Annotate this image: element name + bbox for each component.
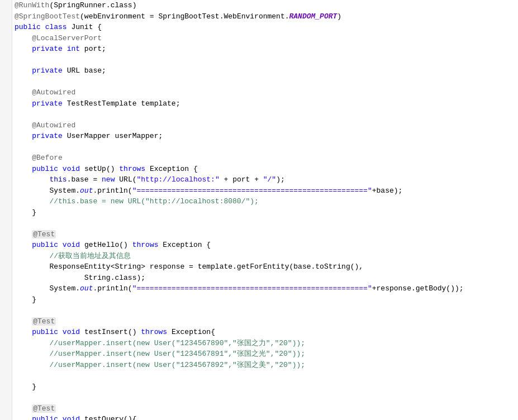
code-line [12,77,518,88]
code-line [12,109,518,120]
code-line: @RunWith(SpringRunner.class) [12,0,518,11]
code-line: } [12,294,518,306]
gutter [0,0,12,420]
code-area: @RunWith(SpringRunner.class) @SpringBoot… [12,0,518,420]
code-line: ResponseEntity<String> response = templa… [12,261,518,273]
code-line [12,218,518,229]
code-line: @Autowired [12,120,518,131]
code-line: System.out.println("====================… [12,283,518,294]
code-line: public class Junit { [12,22,518,33]
code-line: public void testInsert() throws Exceptio… [12,327,518,338]
code-line: String.class); [12,273,518,284]
code-line [12,370,518,381]
code-line: public void testQuery(){ [12,414,518,420]
code-line: private UserMapper userMapper; [12,131,518,142]
code-line: public void setUp() throws Exception { [12,164,518,175]
code-line: private TestRestTemplate template; [12,98,518,109]
code-line: private int port; [12,44,518,55]
code-line: } [12,207,518,218]
code-line: @Test [12,316,518,327]
code-line: //userMapper.insert(new User("1234567890… [12,338,518,349]
code-line [12,392,518,403]
code-line: @Before [12,152,518,164]
code-line: @LocalServerPort [12,33,518,44]
code-line [12,55,518,66]
code-line [12,142,518,153]
code-line: //userMapper.insert(new User("1234567891… [12,349,518,360]
code-line [12,305,518,316]
code-line: System.out.println("====================… [12,185,518,197]
code-line: @SpringBootTest(webEnvironment = SpringB… [12,11,518,22]
code-line: //this.base = new URL("http://localhost:… [12,196,518,207]
code-editor: @RunWith(SpringRunner.class) @SpringBoot… [0,0,518,420]
code-line: @Test [12,403,518,414]
code-line: //userMapper.insert(new User("1234567892… [12,360,518,371]
code-line: } [12,381,518,393]
code-line: //获取当前地址及其信息 [12,251,518,262]
code-line: @Test [12,229,518,240]
code-line: public void getHello() throws Exception … [12,240,518,251]
code-line: this.base = new URL("http://localhost:" … [12,174,518,185]
code-line: private URL base; [12,65,518,77]
code-line: @Autowired [12,87,518,98]
